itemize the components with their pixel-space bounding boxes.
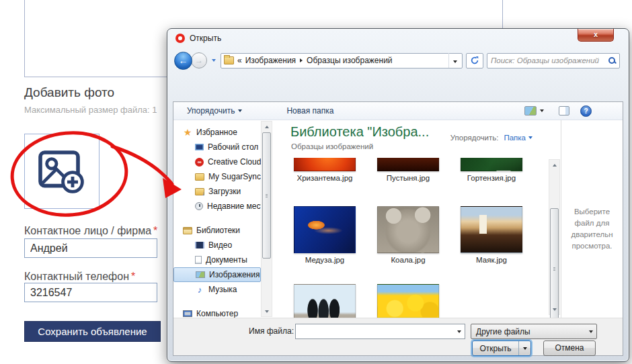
sidebar-group-label: Избранное (196, 128, 237, 137)
file-item[interactable]: Хризантема.jpg (283, 158, 366, 182)
sidebar: ★ИзбранноеРабочий стол∞Creative Cloud Fi… (173, 120, 261, 318)
preview-text-line: файл для (561, 218, 623, 229)
library-title: Библиотека "Изобра... (290, 124, 429, 140)
sidebar-item[interactable]: Рабочий стол (173, 140, 261, 154)
back-arrow-icon: ← (179, 55, 188, 66)
scroll-down-button[interactable] (549, 304, 559, 314)
sidebar-group-header[interactable]: Компьютер (173, 306, 261, 318)
chevron-down-icon (585, 324, 596, 338)
save-ad-button[interactable]: Сохранить объявление (24, 321, 161, 342)
chevron-down-icon (528, 136, 532, 139)
search-icon[interactable] (608, 56, 616, 64)
preview-text-line: Выберите (561, 206, 623, 218)
sidebar-scrollbar[interactable] (261, 121, 272, 317)
chrysanthemum-thumbnail (294, 158, 356, 171)
library-subtitle: Образцы изображений (291, 142, 373, 150)
filetype-select[interactable]: Другие файлы (471, 324, 597, 339)
cancel-button[interactable]: Отмена (543, 340, 596, 356)
file-item[interactable]: Маяк.jpg (450, 206, 533, 264)
file-name: Маяк.jpg (476, 256, 507, 264)
dialog-footer: Имя файла: Другие файлы Открыть Отмена (173, 318, 623, 355)
scroll-up-button[interactable] (262, 122, 272, 132)
contact-phone-input[interactable] (24, 283, 157, 302)
sidebar-group-header[interactable]: Библиотеки (173, 223, 261, 238)
tulips-thumbnail (377, 284, 439, 318)
breadcrumb-prefix: « (237, 56, 242, 65)
sidebar-item[interactable]: Загрузки (173, 184, 261, 199)
change-view-button[interactable] (520, 104, 548, 118)
new-folder-button[interactable]: Новая папка (282, 104, 338, 118)
sidebar-item[interactable]: ∞Creative Cloud Files (173, 154, 261, 169)
sidebar-item-label: Загрузки (208, 187, 241, 196)
arrange-by-dropdown[interactable]: Папка (504, 134, 532, 142)
folder-icon (224, 56, 234, 64)
command-toolbar: Упорядочить Новая папка ? (173, 102, 623, 120)
breadcrumb[interactable]: « ИзображенияОбразцы изображений (221, 53, 463, 69)
open-split-dropdown[interactable] (518, 341, 530, 355)
file-item[interactable]: Коала.jpg (366, 206, 450, 264)
help-button[interactable]: ? (580, 105, 592, 117)
add-photo-heading: Добавить фото (24, 85, 114, 100)
file-item[interactable]: Гортензия.jpg (450, 158, 533, 182)
photo-upload-button[interactable] (24, 134, 100, 209)
refresh-button[interactable] (466, 53, 483, 69)
file-row: Пингвины.jpgТюльпаны.jpg (283, 284, 548, 318)
sidebar-item-label: Рабочий стол (208, 142, 258, 152)
file-item[interactable]: Пустыня.jpg (366, 158, 450, 182)
file-row: Медуза.jpgКоала.jpgМаяк.jpg (283, 206, 548, 264)
file-name: Гортензия.jpg (467, 174, 516, 182)
sidebar-item[interactable]: My SugarSync (173, 169, 261, 184)
filename-input[interactable] (296, 324, 453, 338)
close-button[interactable]: x (578, 29, 614, 42)
refresh-icon (470, 56, 479, 65)
sidebar-item[interactable]: Видео (173, 238, 261, 253)
preview-pane-button[interactable] (555, 104, 574, 118)
help-icon: ? (584, 107, 588, 115)
file-list-scrollbar[interactable] (549, 159, 560, 315)
dialog-titlebar[interactable]: Открыть x (167, 29, 629, 48)
pictures-icon (196, 271, 205, 278)
max-file-size-note: Максимальный размер файла: 1 (24, 105, 157, 115)
dialog-title: Открыть (190, 34, 221, 43)
file-name: Коала.jpg (391, 256, 425, 264)
file-item[interactable]: Тюльпаны.jpg (366, 284, 450, 318)
file-item[interactable]: Пингвины.jpg (283, 284, 366, 318)
open-button[interactable]: Открыть (472, 340, 531, 356)
file-item[interactable]: Медуза.jpg (283, 206, 366, 264)
chevron-down-icon (238, 109, 242, 112)
breadcrumb-item[interactable]: Образцы изображений (307, 56, 392, 65)
search-box (487, 53, 620, 69)
sidebar-group: ★ИзбранноеРабочий стол∞Creative Cloud Fi… (173, 125, 261, 214)
sidebar-item[interactable]: Недавние места (173, 199, 261, 214)
filename-dropdown-button[interactable] (453, 324, 465, 338)
file-name: Хризантема.jpg (297, 174, 353, 182)
sidebar-item-label: Creative Cloud Files (208, 157, 261, 167)
search-input[interactable] (491, 56, 608, 64)
sidebar-item-label: Видео (208, 240, 232, 250)
views-icon (524, 106, 537, 116)
sidebar-group: КомпьютерЛокальный диск (C (173, 306, 261, 318)
organize-menu-button[interactable]: Упорядочить (183, 104, 246, 118)
breadcrumb-item[interactable]: Изображения (245, 56, 296, 65)
forward-button[interactable]: → (191, 52, 207, 69)
sidebar-item-label: Музыка (208, 285, 237, 294)
contact-name-input[interactable] (24, 238, 157, 258)
scrollbar-thumb[interactable] (262, 132, 271, 259)
breadcrumb-separator-icon (300, 58, 303, 62)
scroll-down-button[interactable] (262, 306, 272, 316)
scroll-up-button[interactable] (549, 160, 559, 170)
sidebar-item[interactable]: Изображения (173, 267, 261, 282)
recent-pages-dropdown-icon[interactable] (212, 59, 216, 62)
lighthouse-thumbnail (461, 206, 522, 253)
sidebar-group-header[interactable]: ★Избранное (173, 125, 261, 140)
triangle-down-icon (553, 308, 557, 311)
preview-text-line: дварительн (561, 229, 623, 240)
sidebar-item[interactable]: Документы (173, 253, 261, 267)
sidebar-item[interactable]: ♪Музыка (173, 282, 261, 297)
sidebar-group: БиблиотекиВидеоДокументыИзображения♪Музы… (173, 223, 261, 297)
back-button[interactable]: ← (174, 52, 192, 70)
music-icon: ♪ (195, 285, 204, 294)
file-list-area: Библиотека "Изобра... Образцы изображени… (272, 120, 561, 318)
contact-name-label: Контактное лицо / фирма* (24, 225, 157, 237)
breadcrumb-dropdown[interactable] (448, 53, 459, 68)
